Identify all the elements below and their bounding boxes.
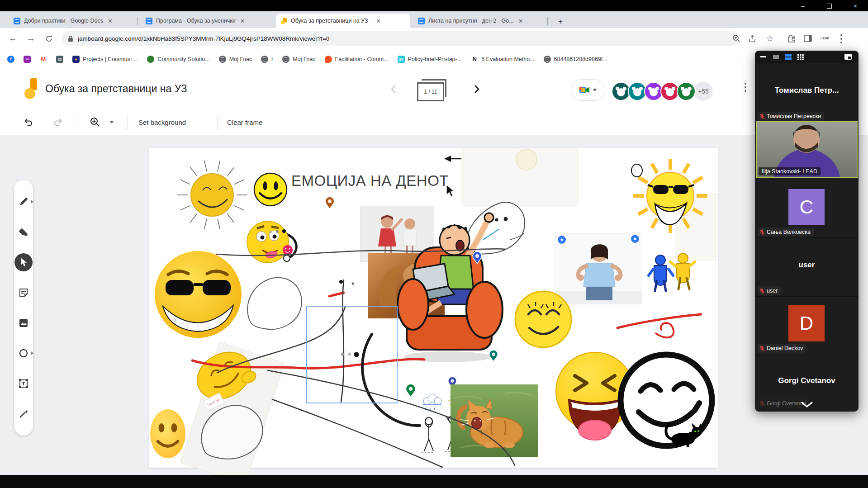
jam-frame-canvas[interactable]: ЕМОЦИЈА НА ДЕНОТI love yo [149, 148, 718, 468]
side-panel-icon[interactable] [802, 33, 813, 44]
bookmark-mail[interactable]: ✉ [24, 56, 31, 63]
pen-tool[interactable] [14, 193, 33, 211]
image-tool[interactable] [14, 314, 33, 332]
flat-emoji-smiley[interactable] [149, 408, 186, 460]
chrome-menu-icon[interactable] [840, 34, 842, 36]
tab-lista-prisutni[interactable]: Листа на присутни - ден 2 - Go... ✕ [413, 14, 545, 28]
map-pin-blue[interactable] [472, 251, 482, 264]
gallery-view-icon[interactable] [797, 54, 804, 60]
popout-window-icon[interactable] [844, 54, 852, 60]
google-docs-icon [146, 18, 152, 24]
panel-minimize-icon[interactable] [760, 56, 766, 57]
plush-figures-duo[interactable] [645, 248, 698, 302]
zoom-dropdown-caret[interactable] [109, 109, 114, 135]
back-icon[interactable]: ← [7, 33, 18, 44]
share-icon[interactable] [747, 33, 758, 44]
tab-close-icon[interactable]: ✕ [518, 18, 523, 24]
zoom-page-icon[interactable] [731, 33, 742, 44]
bookmark-printer[interactable]: ▤ [56, 56, 63, 63]
set-background-button[interactable]: Set background [138, 109, 186, 135]
next-frame-button[interactable] [471, 84, 482, 95]
bookmark-moj-glas-1[interactable]: Мој Глас [219, 56, 252, 63]
window-maximize-button[interactable] [822, 1, 836, 10]
avatar-sanja[interactable]: C [788, 189, 825, 225]
white-blob-sketch[interactable] [240, 269, 310, 335]
bookmark-moj-glas-2[interactable]: Мој Глас [282, 56, 315, 63]
reload-icon[interactable] [43, 33, 54, 44]
cartoon-person-armchair[interactable] [387, 202, 508, 369]
bookmark-community-solutions[interactable]: Community Solutio... [147, 56, 209, 63]
tab-title: Обука за претставници на УЗ - [291, 18, 371, 24]
black-cat-clipart[interactable] [663, 417, 707, 448]
yawning-cat-photo[interactable] [451, 384, 538, 457]
jam-more-options-icon[interactable] [745, 83, 746, 85]
acid-smiley-sticker[interactable] [252, 171, 289, 208]
toolbar-divider [77, 115, 77, 129]
os-taskbar[interactable] [0, 475, 868, 488]
previous-frame-button[interactable] [389, 84, 400, 95]
shape-tool[interactable] [14, 344, 33, 362]
select-tool[interactable] [14, 253, 33, 271]
tab-dobri-praktiki[interactable]: Добри практики - Google Docs ✕ [9, 14, 139, 28]
tab-separator [547, 17, 548, 25]
bookmark-label: Policy-brief-Pristap-... [408, 56, 462, 62]
tab-programa[interactable]: Програма - Обука за ученички ✕ [141, 14, 272, 28]
bookmark-facilitation[interactable]: Facilitation - Comm... [325, 56, 389, 63]
closed-eyes-smiley[interactable] [510, 286, 577, 353]
community-solutions-icon [147, 56, 154, 63]
map-pin-green[interactable] [405, 384, 416, 398]
collaborator-avatar-5[interactable] [677, 82, 696, 101]
meet-camera-icon [579, 85, 590, 95]
bookmark-evaluation-methods[interactable]: N5 Evaluation Metho... [471, 56, 534, 63]
bookmark-star-icon[interactable]: ☆ [764, 33, 775, 44]
sticky-note-tool[interactable] [14, 284, 33, 302]
clear-frame-button[interactable]: Clear frame [227, 109, 262, 135]
text-box-tool[interactable] [14, 374, 33, 393]
bookmark-label: Мој Глас [293, 56, 315, 62]
minimized-view-icon[interactable] [773, 55, 779, 59]
expand-participants-button[interactable] [798, 400, 816, 409]
frame-counter[interactable]: 1 / 11 [417, 79, 447, 100]
egg-blob-sketch[interactable] [193, 397, 272, 464]
selection-box[interactable] [306, 306, 398, 403]
collaborator-avatars[interactable]: +55 [614, 81, 714, 102]
jam-title[interactable]: Обука за претставници на УЗ [45, 83, 187, 95]
window-close-button[interactable]: × [849, 1, 862, 10]
bookmark-policy-brief[interactable]: 20Policy-brief-Pristap-... [398, 56, 462, 63]
laser-tool[interactable] [14, 405, 33, 423]
map-pin-orange[interactable] [325, 197, 335, 209]
tab-close-icon[interactable]: ✕ [240, 18, 245, 24]
bookmark-r-site[interactable]: r [261, 56, 273, 63]
collaborator-overflow-count[interactable]: +55 [693, 81, 714, 102]
redo-button[interactable] [53, 109, 63, 135]
gmail-icon: M [40, 56, 47, 63]
zoom-tool-button[interactable] [90, 109, 100, 135]
extensions-puzzle-icon[interactable] [786, 33, 797, 44]
forward-icon[interactable]: → [25, 33, 36, 44]
lead-extension-icon[interactable]: LEAD [820, 33, 830, 44]
mm-character-tongue[interactable] [240, 215, 304, 268]
bookmark-gmail[interactable]: M [40, 56, 47, 63]
speaker-view-icon[interactable] [785, 54, 792, 60]
address-bar[interactable]: jamboard.google.com/d/1xkNbHa83f5SPY3MMr… [62, 31, 739, 46]
bookmark-doc-6844[interactable]: 6844861288d9869f... [544, 56, 607, 63]
tab-close-icon[interactable]: ✕ [108, 18, 113, 24]
new-tab-button[interactable]: + [555, 16, 566, 28]
small-arrow-doodle[interactable] [444, 155, 461, 162]
window-minimize-button[interactable]: – [796, 1, 810, 10]
google-meet-button[interactable] [571, 79, 605, 101]
tab-close-icon[interactable]: ✕ [376, 18, 381, 24]
map-pin-teal[interactable] [489, 350, 498, 362]
sun-with-sunglasses[interactable] [627, 157, 721, 233]
undo-button[interactable] [24, 109, 33, 135]
grinning-smiley-sunglasses[interactable] [150, 246, 246, 342]
eraser-tool[interactable] [14, 223, 33, 241]
bookmark-label: r [271, 56, 273, 62]
video-tile-ilija[interactable]: Ilija Stankovski- LEAD [756, 121, 858, 178]
sun-sketch-drawing[interactable] [177, 158, 247, 232]
canvas-heading[interactable]: ЕМОЦИЈА НА ДЕНОТ [291, 172, 436, 190]
bookmark-erasmus-projects[interactable]: ★Projects | Erasmus+... [72, 56, 138, 63]
avatar-daniel[interactable]: D [788, 305, 825, 341]
bookmark-facebook[interactable]: f [7, 56, 14, 63]
tab-obuka-jamboard[interactable]: Обука за претставници на УЗ - ✕ [276, 14, 410, 28]
